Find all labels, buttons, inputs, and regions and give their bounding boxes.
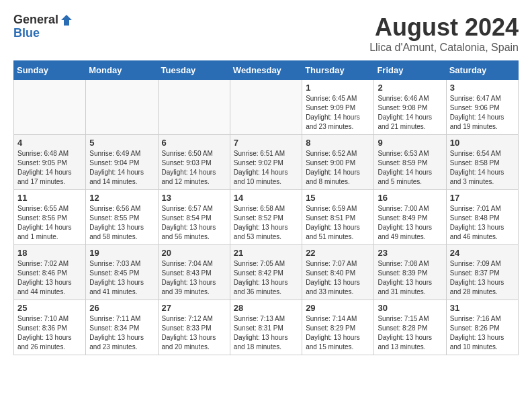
location-title: Llica d'Amunt, Catalonia, Spain xyxy=(369,42,519,54)
calendar-day-cell: 31Sunrise: 7:16 AM Sunset: 8:26 PM Dayli… xyxy=(446,300,518,355)
calendar-day-cell: 23Sunrise: 7:08 AM Sunset: 8:39 PM Dayli… xyxy=(374,245,446,300)
header: General Blue August 2024 Llica d'Amunt, … xyxy=(13,13,519,54)
calendar-week-row: 4Sunrise: 6:48 AM Sunset: 9:05 PM Daylig… xyxy=(14,135,519,190)
day-number: 13 xyxy=(162,193,226,203)
day-info: Sunrise: 6:57 AM Sunset: 8:54 PM Dayligh… xyxy=(162,204,226,242)
day-info: Sunrise: 6:53 AM Sunset: 8:59 PM Dayligh… xyxy=(378,149,442,187)
calendar-day-cell: 30Sunrise: 7:15 AM Sunset: 8:28 PM Dayli… xyxy=(374,300,446,355)
calendar-day-cell: 15Sunrise: 6:59 AM Sunset: 8:51 PM Dayli… xyxy=(302,190,374,245)
calendar-day-cell: 11Sunrise: 6:55 AM Sunset: 8:56 PM Dayli… xyxy=(14,190,86,245)
day-info: Sunrise: 7:11 AM Sunset: 8:34 PM Dayligh… xyxy=(89,314,154,352)
day-number: 19 xyxy=(89,248,154,258)
calendar-day-cell: 20Sunrise: 7:04 AM Sunset: 8:43 PM Dayli… xyxy=(158,245,230,300)
calendar-day-cell: 21Sunrise: 7:05 AM Sunset: 8:42 PM Dayli… xyxy=(230,245,302,300)
month-title: August 2024 xyxy=(369,13,519,42)
calendar-header-thursday: Thursday xyxy=(302,61,374,80)
day-number: 6 xyxy=(162,138,226,148)
calendar-header-tuesday: Tuesday xyxy=(158,61,230,80)
day-number: 5 xyxy=(89,138,154,148)
day-number: 17 xyxy=(450,193,515,203)
day-info: Sunrise: 7:15 AM Sunset: 8:28 PM Dayligh… xyxy=(378,314,442,352)
calendar-day-cell: 12Sunrise: 6:56 AM Sunset: 8:55 PM Dayli… xyxy=(86,190,158,245)
calendar-day-cell xyxy=(230,80,302,135)
calendar-day-cell: 3Sunrise: 6:47 AM Sunset: 9:06 PM Daylig… xyxy=(446,80,518,135)
day-info: Sunrise: 7:12 AM Sunset: 8:33 PM Dayligh… xyxy=(162,314,226,352)
day-number: 3 xyxy=(450,83,515,93)
calendar-week-row: 1Sunrise: 6:45 AM Sunset: 9:09 PM Daylig… xyxy=(14,80,519,135)
day-info: Sunrise: 6:59 AM Sunset: 8:51 PM Dayligh… xyxy=(306,204,370,242)
calendar-day-cell: 6Sunrise: 6:50 AM Sunset: 9:03 PM Daylig… xyxy=(158,135,230,190)
day-number: 7 xyxy=(234,138,298,148)
day-number: 30 xyxy=(378,303,442,313)
day-number: 1 xyxy=(306,83,370,93)
calendar-day-cell: 24Sunrise: 7:09 AM Sunset: 8:37 PM Dayli… xyxy=(446,245,518,300)
calendar-header-saturday: Saturday xyxy=(446,61,518,80)
day-number: 18 xyxy=(17,248,82,258)
calendar-body: 1Sunrise: 6:45 AM Sunset: 9:09 PM Daylig… xyxy=(14,80,519,355)
day-info: Sunrise: 7:14 AM Sunset: 8:29 PM Dayligh… xyxy=(306,314,370,352)
calendar-week-row: 11Sunrise: 6:55 AM Sunset: 8:56 PM Dayli… xyxy=(14,190,519,245)
svg-marker-0 xyxy=(61,15,72,26)
calendar-header-wednesday: Wednesday xyxy=(230,61,302,80)
calendar-header-sunday: Sunday xyxy=(14,61,86,80)
day-number: 31 xyxy=(450,303,515,313)
day-number: 4 xyxy=(17,138,82,148)
calendar-day-cell: 16Sunrise: 7:00 AM Sunset: 8:49 PM Dayli… xyxy=(374,190,446,245)
day-number: 12 xyxy=(89,193,154,203)
day-info: Sunrise: 6:54 AM Sunset: 8:58 PM Dayligh… xyxy=(450,149,515,187)
logo-general-text: General xyxy=(13,13,58,27)
logo: General Blue xyxy=(13,13,73,40)
calendar-day-cell: 18Sunrise: 7:02 AM Sunset: 8:46 PM Dayli… xyxy=(14,245,86,300)
title-area: August 2024 Llica d'Amunt, Catalonia, Sp… xyxy=(369,13,519,54)
day-number: 21 xyxy=(234,248,298,258)
day-info: Sunrise: 7:13 AM Sunset: 8:31 PM Dayligh… xyxy=(234,314,298,352)
day-number: 27 xyxy=(162,303,226,313)
calendar-table: SundayMondayTuesdayWednesdayThursdayFrid… xyxy=(13,60,519,355)
day-info: Sunrise: 7:09 AM Sunset: 8:37 PM Dayligh… xyxy=(450,259,515,297)
calendar-day-cell: 9Sunrise: 6:53 AM Sunset: 8:59 PM Daylig… xyxy=(374,135,446,190)
calendar-day-cell: 10Sunrise: 6:54 AM Sunset: 8:58 PM Dayli… xyxy=(446,135,518,190)
day-number: 16 xyxy=(378,193,442,203)
day-info: Sunrise: 7:05 AM Sunset: 8:42 PM Dayligh… xyxy=(234,259,298,297)
day-info: Sunrise: 6:55 AM Sunset: 8:56 PM Dayligh… xyxy=(17,204,82,242)
calendar-header-friday: Friday xyxy=(374,61,446,80)
day-number: 9 xyxy=(378,138,442,148)
day-info: Sunrise: 7:16 AM Sunset: 8:26 PM Dayligh… xyxy=(450,314,515,352)
calendar-day-cell: 5Sunrise: 6:49 AM Sunset: 9:04 PM Daylig… xyxy=(86,135,158,190)
day-info: Sunrise: 7:10 AM Sunset: 8:36 PM Dayligh… xyxy=(17,314,82,352)
calendar-day-cell: 27Sunrise: 7:12 AM Sunset: 8:33 PM Dayli… xyxy=(158,300,230,355)
day-info: Sunrise: 7:02 AM Sunset: 8:46 PM Dayligh… xyxy=(17,259,82,297)
calendar-day-cell: 1Sunrise: 6:45 AM Sunset: 9:09 PM Daylig… xyxy=(302,80,374,135)
day-number: 25 xyxy=(17,303,82,313)
day-number: 14 xyxy=(234,193,298,203)
day-info: Sunrise: 6:46 AM Sunset: 9:08 PM Dayligh… xyxy=(378,94,442,132)
calendar-day-cell: 13Sunrise: 6:57 AM Sunset: 8:54 PM Dayli… xyxy=(158,190,230,245)
day-number: 24 xyxy=(450,248,515,258)
day-number: 23 xyxy=(378,248,442,258)
day-number: 22 xyxy=(306,248,370,258)
calendar-day-cell: 7Sunrise: 6:51 AM Sunset: 9:02 PM Daylig… xyxy=(230,135,302,190)
day-info: Sunrise: 7:01 AM Sunset: 8:48 PM Dayligh… xyxy=(450,204,515,242)
day-info: Sunrise: 6:58 AM Sunset: 8:52 PM Dayligh… xyxy=(234,204,298,242)
calendar-day-cell: 14Sunrise: 6:58 AM Sunset: 8:52 PM Dayli… xyxy=(230,190,302,245)
logo-icon xyxy=(60,13,73,27)
calendar-day-cell: 29Sunrise: 7:14 AM Sunset: 8:29 PM Dayli… xyxy=(302,300,374,355)
calendar-day-cell: 22Sunrise: 7:07 AM Sunset: 8:40 PM Dayli… xyxy=(302,245,374,300)
day-number: 20 xyxy=(162,248,226,258)
day-info: Sunrise: 6:45 AM Sunset: 9:09 PM Dayligh… xyxy=(306,94,370,132)
calendar-day-cell: 17Sunrise: 7:01 AM Sunset: 8:48 PM Dayli… xyxy=(446,190,518,245)
day-info: Sunrise: 6:50 AM Sunset: 9:03 PM Dayligh… xyxy=(162,149,226,187)
day-info: Sunrise: 6:48 AM Sunset: 9:05 PM Dayligh… xyxy=(17,149,82,187)
calendar-day-cell xyxy=(86,80,158,135)
day-info: Sunrise: 7:07 AM Sunset: 8:40 PM Dayligh… xyxy=(306,259,370,297)
calendar-week-row: 18Sunrise: 7:02 AM Sunset: 8:46 PM Dayli… xyxy=(14,245,519,300)
day-info: Sunrise: 6:52 AM Sunset: 9:00 PM Dayligh… xyxy=(306,149,370,187)
day-info: Sunrise: 6:56 AM Sunset: 8:55 PM Dayligh… xyxy=(89,204,154,242)
calendar-week-row: 25Sunrise: 7:10 AM Sunset: 8:36 PM Dayli… xyxy=(14,300,519,355)
calendar-header-monday: Monday xyxy=(86,61,158,80)
day-number: 15 xyxy=(306,193,370,203)
calendar-day-cell: 4Sunrise: 6:48 AM Sunset: 9:05 PM Daylig… xyxy=(14,135,86,190)
day-number: 11 xyxy=(17,193,82,203)
day-number: 2 xyxy=(378,83,442,93)
day-number: 8 xyxy=(306,138,370,148)
